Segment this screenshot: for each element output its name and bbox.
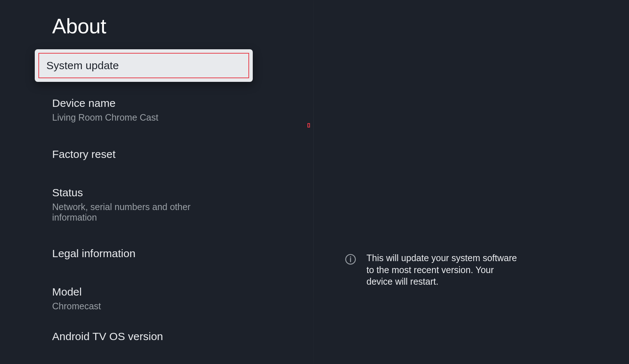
menu-item-title: Factory reset [52, 148, 235, 160]
menu-item-subtitle: Living Room Chrome Cast [52, 112, 235, 123]
svg-point-2 [350, 256, 351, 258]
menu-item-title: Model [52, 286, 235, 298]
vertical-divider [313, 0, 314, 364]
menu-item-status[interactable]: Status Network, serial numbers and other… [35, 187, 253, 223]
menu-item-device-name[interactable]: Device name Living Room Chrome Cast [35, 97, 253, 123]
menu-item-title: System update [46, 59, 241, 72]
menu-item-android-tv-os-version[interactable]: Android TV OS version [35, 330, 253, 343]
menu-item-model[interactable]: Model Chromecast [35, 286, 253, 311]
menu-item-subtitle: Network, serial numbers and other inform… [52, 202, 235, 223]
menu-item-subtitle: Chromecast [52, 301, 235, 311]
page-title: About [52, 14, 106, 38]
menu-item-title: Android TV OS version [52, 330, 235, 343]
info-text: This will update your system software to… [366, 252, 522, 288]
menu-item-factory-reset[interactable]: Factory reset [35, 148, 253, 160]
info-icon [345, 254, 356, 265]
menu-item-title: Status [52, 187, 235, 199]
menu-item-system-update[interactable]: System update [35, 49, 253, 82]
left-panel: About System update Device name Living R… [0, 0, 313, 364]
menu-list: System update Device name Living Room Ch… [35, 49, 253, 343]
menu-item-legal-information[interactable]: Legal information [35, 247, 253, 260]
menu-item-title: Legal information [52, 247, 235, 260]
info-panel: This will update your system software to… [345, 252, 522, 288]
red-marker [307, 123, 310, 127]
menu-item-title: Device name [52, 97, 235, 109]
